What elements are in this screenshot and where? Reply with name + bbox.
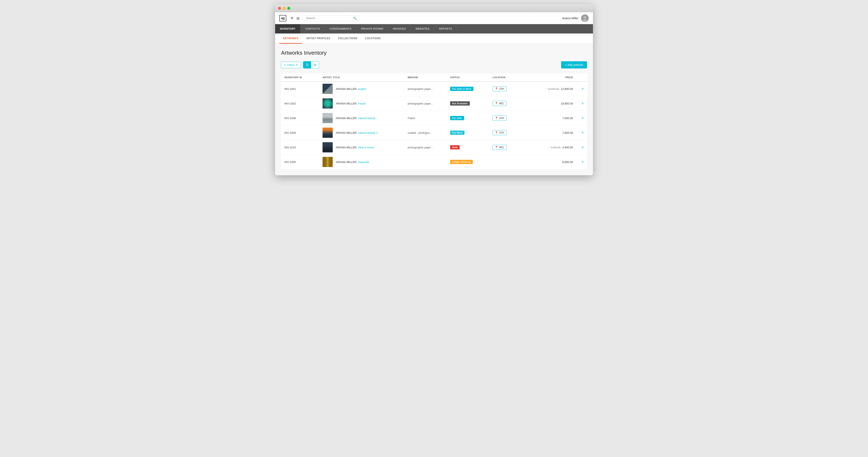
artwork-title-link[interactable]: other's home (358, 146, 374, 149)
table-row: INV-1005 ARIANA MILLER, Separate Details… (281, 155, 587, 170)
subnav-item-artist-profiles[interactable]: ARTIST PROFILES (303, 33, 334, 44)
price-cell: 8,800.00 (531, 160, 573, 164)
row-menu-cell: ≡ (573, 101, 584, 105)
artwork-title-link[interactable]: natural beauty 2 (358, 131, 378, 134)
main-content: Artworks Inventory ≡ Filters ▾ ☰ ⊞ (275, 44, 593, 175)
close-button[interactable] (278, 7, 281, 10)
artist-cell: ARIANA MILLER, other's home (322, 142, 408, 152)
location-cell: 📍 MEL (493, 145, 531, 150)
medium-text: photographic pape... (408, 102, 450, 105)
medium-text: Fabric (408, 117, 450, 120)
row-menu-button[interactable]: ≡ (582, 145, 584, 149)
status-badge: For Rent (450, 130, 465, 135)
artist-name: ARIANA MILLER, (336, 87, 358, 91)
artist-name: ARIANA MILLER, (336, 146, 358, 149)
status-badge: Details Pending (450, 160, 473, 164)
location-cell: 📍 JOH (493, 130, 531, 135)
subnav-item-artworks[interactable]: ARTWORKS (279, 33, 302, 44)
row-menu-button[interactable]: ≡ (582, 101, 584, 105)
location-pin-icon: 📍 (495, 131, 498, 134)
artist-name: ARIANA MILLER, (336, 117, 358, 120)
toolbar-left: ≡ Filters ▾ ☰ ⊞ (281, 61, 319, 68)
row-menu-button[interactable]: ≡ (582, 116, 584, 120)
artwork-thumbnail[interactable] (322, 84, 333, 94)
price-original: 5,600.00 (551, 146, 561, 149)
location-pin-icon: 📍 (495, 146, 498, 149)
artist-title-text: ARIANA MILLER, fractal (336, 101, 366, 105)
maximize-button[interactable] (287, 7, 290, 10)
status-cell: Sold (450, 145, 493, 149)
list-icon: ☰ (306, 63, 309, 66)
price-cell: 7,500.00 (531, 117, 573, 120)
filter-icon: ≡ (284, 63, 286, 66)
subnav-item-collections[interactable]: COLLECTIONS (335, 33, 361, 44)
artwork-title-link[interactable]: Separate (358, 160, 369, 164)
nav-item-private-rooms[interactable]: PRIVATE ROOMS (356, 24, 388, 33)
nav-item-websites[interactable]: WEBSITES (411, 24, 434, 33)
artwork-thumbnail[interactable] (322, 128, 333, 138)
artist-title-text: ARIANA MILLER, natural beauty 2 (336, 131, 378, 134)
status-cell: For Sale (450, 116, 493, 120)
location-pin-icon: 📍 (495, 102, 498, 105)
row-menu-cell: ≡ (573, 87, 584, 91)
nav-item-inventory[interactable]: INVENTORY (275, 24, 301, 33)
artist-title-text: ARIANA MILLER, other's home (336, 145, 374, 149)
col-header-status: STATUS (450, 76, 493, 79)
row-menu-cell: ≡ (573, 131, 584, 134)
avatar[interactable] (581, 14, 589, 22)
artwork-thumbnail[interactable] (322, 157, 333, 167)
grid-icon: ⊞ (314, 63, 316, 66)
price-cell: 19,800.00 (531, 102, 573, 105)
minimize-button[interactable] (283, 7, 286, 10)
col-header-inv-id: INVENTORY ID (284, 76, 322, 79)
col-header-actions (573, 76, 584, 79)
status-badge: Not Available (450, 101, 470, 105)
status-cell: Details Pending (450, 160, 493, 164)
artwork-title-link[interactable]: fractal (358, 102, 365, 105)
nav-item-consignments[interactable]: CONSIGNMENTS (325, 24, 356, 33)
settings-icon[interactable]: ⚙ (290, 16, 293, 20)
location-badge: 📍 MEL (493, 145, 507, 150)
row-menu-button[interactable]: ≡ (582, 131, 584, 134)
filter-button[interactable]: ≡ Filters ▾ (281, 62, 301, 68)
list-view-button[interactable]: ☰ (303, 61, 311, 68)
chat-icon[interactable]: ▤ (297, 16, 300, 20)
location-badge: 📍 MEL (493, 101, 507, 106)
price-original: 13,500.00 (548, 88, 559, 91)
artist-name: ARIANA MILLER, (336, 102, 358, 105)
nav-item-contacts[interactable]: CONTACTS (301, 24, 325, 33)
price-asterisk: * (549, 146, 550, 149)
nav-item-reports[interactable]: REPORTS (434, 24, 457, 33)
artwork-title-link[interactable]: angles (358, 87, 366, 91)
subnav-item-locations[interactable]: LOCATIONS (362, 33, 384, 44)
artist-cell: ARIANA MILLER, natural beauty (322, 113, 408, 123)
inv-id: INV-1002 (284, 102, 322, 105)
add-artwork-button[interactable]: + Add artwork (561, 61, 587, 68)
location-pin-icon: 📍 (495, 117, 498, 120)
nav-item-invoices[interactable]: INVOICES (388, 24, 411, 33)
row-menu-cell: ≡ (573, 145, 584, 149)
row-menu-button[interactable]: ≡ (582, 160, 584, 164)
inv-id: INV-1010 (284, 146, 322, 149)
app-window: ag ⚙ ▤ 🔍 Ariana Miller INVENTORY CONTACT… (275, 4, 593, 175)
col-header-medium: MEDIUM (408, 76, 450, 79)
artist-title-text: ARIANA MILLER, Separate (336, 160, 369, 164)
table-row: INV-1001 ARIANA MILLER, angles photograp… (281, 82, 587, 96)
grid-view-button[interactable]: ⊞ (311, 61, 319, 68)
artwork-thumbnail[interactable] (322, 142, 333, 152)
location-cell: 📍 JOH (493, 86, 531, 91)
artwork-thumbnail[interactable] (322, 113, 333, 123)
search-input[interactable] (306, 17, 351, 20)
col-header-location: LOCATION (493, 76, 531, 79)
artist-cell: ARIANA MILLER, fractal (322, 98, 408, 109)
col-header-artist-title: ARTIST, TITLE (322, 76, 408, 79)
artwork-title-link[interactable]: natural beauty (358, 117, 375, 120)
price-cell: * 13,500.00 12,800.00 (531, 87, 573, 91)
row-menu-button[interactable]: ≡ (582, 87, 584, 91)
location-cell: 📍 JOH (493, 116, 531, 121)
artwork-thumbnail[interactable] (322, 98, 333, 109)
artist-cell: ARIANA MILLER, angles (322, 84, 408, 94)
username-label: Ariana Miller (562, 17, 579, 20)
header-icons: ⚙ ▤ (290, 16, 300, 20)
status-cell: Not Available (450, 101, 493, 105)
